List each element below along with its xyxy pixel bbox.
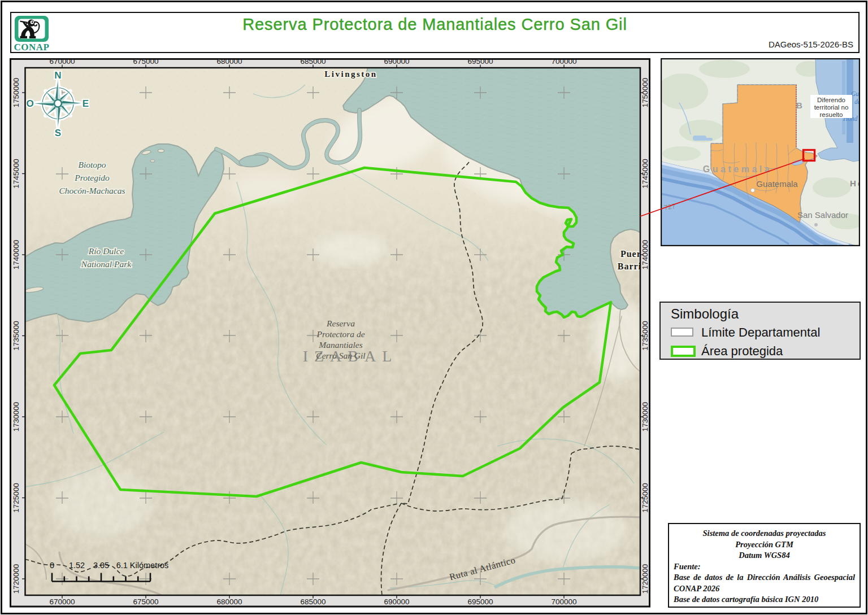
svg-text:1725000: 1725000 <box>641 483 649 513</box>
svg-text:1730000: 1730000 <box>12 402 20 432</box>
svg-text:Cerro San Gil: Cerro San Gil <box>316 351 365 360</box>
svg-text:B: B <box>796 101 802 110</box>
svg-text:695000: 695000 <box>467 597 493 606</box>
svg-text:3.05: 3.05 <box>93 561 109 570</box>
svg-text:Biotopo: Biotopo <box>78 160 106 169</box>
svg-text:1745000: 1745000 <box>641 159 649 189</box>
svg-text:695000: 695000 <box>467 58 493 66</box>
svg-text:690000: 690000 <box>384 597 409 606</box>
svg-text:1720000: 1720000 <box>641 564 649 594</box>
svg-text:S: S <box>55 128 61 138</box>
svg-text:1730000: 1730000 <box>641 402 649 432</box>
svg-text:1720000: 1720000 <box>12 564 20 594</box>
svg-text:1735000: 1735000 <box>641 321 649 351</box>
svg-text:1750000: 1750000 <box>641 78 649 108</box>
svg-text:685000: 685000 <box>300 597 326 606</box>
svg-text:1.52: 1.52 <box>69 561 85 570</box>
svg-text:680000: 680000 <box>216 597 242 606</box>
svg-text:670000: 670000 <box>49 58 75 66</box>
svg-text:Guatemala: Guatemala <box>756 179 798 189</box>
svg-text:680000: 680000 <box>216 58 242 66</box>
svg-text:Livingston: Livingston <box>324 69 377 78</box>
svg-text:territorial no: territorial no <box>814 104 849 111</box>
svg-text:Chocón-Machacas: Chocón-Machacas <box>59 186 125 195</box>
svg-text:690000: 690000 <box>384 58 409 66</box>
svg-text:1740000: 1740000 <box>641 240 649 270</box>
svg-text:Protegido: Protegido <box>74 173 110 182</box>
svg-text:San Salvador: San Salvador <box>797 210 848 220</box>
svg-text:1735000: 1735000 <box>12 321 20 351</box>
svg-text:Manantiales: Manantiales <box>318 340 363 350</box>
svg-text:N: N <box>54 70 61 81</box>
svg-text:Guatemala: Guatemala <box>703 164 772 174</box>
svg-text:1750000: 1750000 <box>12 78 20 108</box>
svg-text:675000: 675000 <box>133 58 158 66</box>
svg-text:700000: 700000 <box>551 597 576 606</box>
svg-text:Ho: Ho <box>850 178 860 188</box>
svg-text:0: 0 <box>50 561 54 570</box>
svg-text:6.1 Kilómetros: 6.1 Kilómetros <box>116 561 169 570</box>
svg-text:Diferendo: Diferendo <box>817 97 845 103</box>
svg-text:O: O <box>26 98 33 109</box>
svg-text:1745000: 1745000 <box>12 159 20 189</box>
svg-text:685000: 685000 <box>300 58 326 66</box>
svg-text:700000: 700000 <box>551 58 576 66</box>
svg-text:675000: 675000 <box>133 597 158 606</box>
svg-text:Reserva: Reserva <box>326 319 355 328</box>
svg-text:1740000: 1740000 <box>12 240 20 270</box>
svg-text:E: E <box>83 98 89 109</box>
svg-text:670000: 670000 <box>49 597 75 606</box>
svg-text:CONAP: CONAP <box>14 42 49 53</box>
svg-text:Protectora de: Protectora de <box>316 329 364 339</box>
svg-text:resuelto: resuelto <box>820 111 843 118</box>
svg-text:Río Dulce: Río Dulce <box>88 246 124 256</box>
svg-text:Gu: Gu <box>851 90 859 97</box>
svg-text:1725000: 1725000 <box>12 483 20 513</box>
svg-text:National Park: National Park <box>81 259 132 269</box>
